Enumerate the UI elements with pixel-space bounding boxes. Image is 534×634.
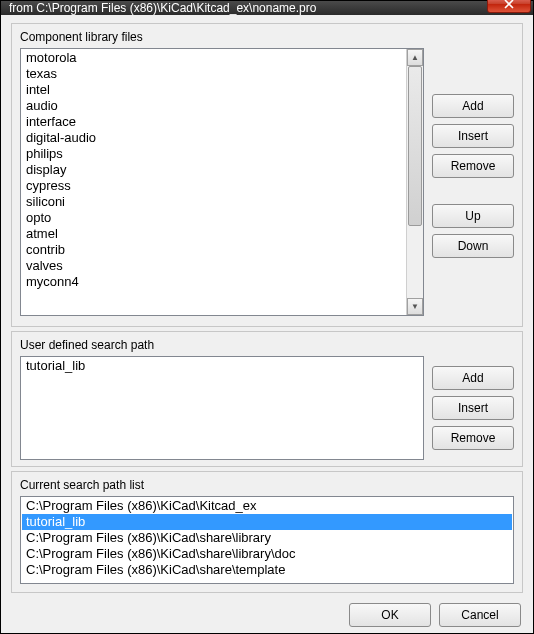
user-path-group: User defined search path tutorial_lib Ad… <box>11 331 523 467</box>
list-item[interactable]: interface <box>22 114 405 130</box>
cancel-button[interactable]: Cancel <box>439 603 521 627</box>
list-item[interactable]: cypress <box>22 178 405 194</box>
list-item[interactable]: philips <box>22 146 405 162</box>
list-item[interactable]: atmel <box>22 226 405 242</box>
scroll-up-icon[interactable]: ▲ <box>407 49 423 66</box>
user-path-buttons: Add Insert Remove <box>432 356 514 460</box>
user-path-label: User defined search path <box>20 338 514 352</box>
ok-button[interactable]: OK <box>349 603 431 627</box>
user-path-list[interactable]: tutorial_lib <box>20 356 424 460</box>
scrollbar[interactable]: ▲ ▼ <box>406 49 423 315</box>
component-library-group: Component library files motorolatexasint… <box>11 23 523 327</box>
window-title: from C:\Program Files (x86)\KiCad\Kitcad… <box>9 1 487 15</box>
list-item[interactable]: display <box>22 162 405 178</box>
list-item[interactable]: myconn4 <box>22 274 405 290</box>
close-button[interactable] <box>487 0 531 13</box>
titlebar: from C:\Program Files (x86)\KiCad\Kitcad… <box>1 1 533 15</box>
list-item[interactable]: C:\Program Files (x86)\KiCad\share\templ… <box>22 562 512 578</box>
dialog-footer: OK Cancel <box>11 597 523 629</box>
remove-button[interactable]: Remove <box>432 426 514 450</box>
scroll-down-icon[interactable]: ▼ <box>407 298 423 315</box>
current-path-label: Current search path list <box>20 478 514 492</box>
list-item[interactable]: digital-audio <box>22 130 405 146</box>
list-item[interactable]: motorola <box>22 50 405 66</box>
scroll-thumb[interactable] <box>408 66 422 226</box>
list-item[interactable]: C:\Program Files (x86)\KiCad\share\libra… <box>22 530 512 546</box>
list-item[interactable]: C:\Program Files (x86)\KiCad\share\libra… <box>22 546 512 562</box>
list-item[interactable]: tutorial_lib <box>22 514 512 530</box>
component-buttons: Add Insert Remove Up Down <box>432 48 514 316</box>
list-item[interactable]: opto <box>22 210 405 226</box>
current-path-group: Current search path list C:\Program File… <box>11 471 523 593</box>
remove-button[interactable]: Remove <box>432 154 514 178</box>
up-button[interactable]: Up <box>432 204 514 228</box>
component-library-label: Component library files <box>20 30 514 44</box>
list-item[interactable]: intel <box>22 82 405 98</box>
list-item[interactable]: siliconi <box>22 194 405 210</box>
client-area: Component library files motorolatexasint… <box>1 15 533 634</box>
component-library-list[interactable]: motorolatexasintelaudiointerfacedigital-… <box>21 49 406 315</box>
list-item[interactable]: contrib <box>22 242 405 258</box>
list-item[interactable]: audio <box>22 98 405 114</box>
insert-button[interactable]: Insert <box>432 124 514 148</box>
list-item[interactable]: C:\Program Files (x86)\KiCad\Kitcad_ex <box>22 498 512 514</box>
close-icon <box>504 0 514 9</box>
add-button[interactable]: Add <box>432 366 514 390</box>
list-item[interactable]: tutorial_lib <box>22 358 422 374</box>
dialog-window: from C:\Program Files (x86)\KiCad\Kitcad… <box>0 0 534 634</box>
insert-button[interactable]: Insert <box>432 396 514 420</box>
list-item[interactable]: valves <box>22 258 405 274</box>
list-item[interactable]: texas <box>22 66 405 82</box>
current-path-list[interactable]: C:\Program Files (x86)\KiCad\Kitcad_extu… <box>20 496 514 584</box>
add-button[interactable]: Add <box>432 94 514 118</box>
down-button[interactable]: Down <box>432 234 514 258</box>
